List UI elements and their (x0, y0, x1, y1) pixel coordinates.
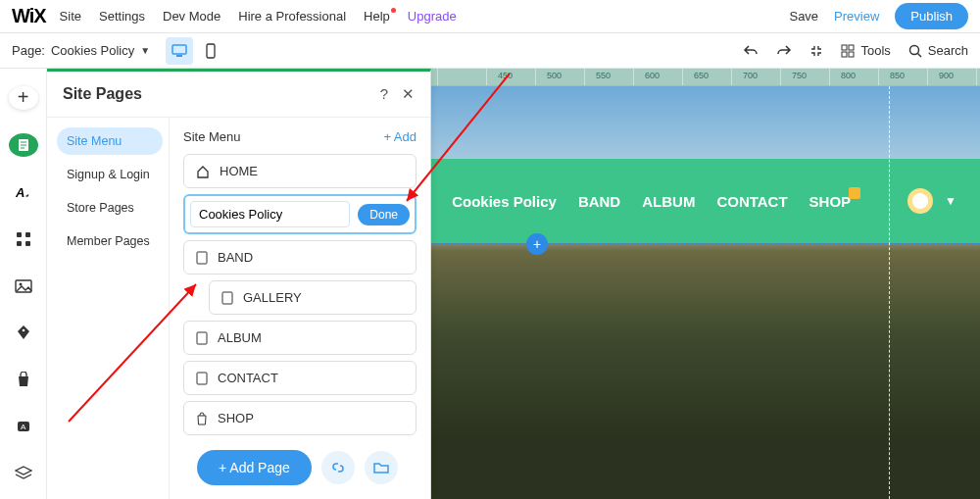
page-item-contact[interactable]: CONTACT (183, 361, 416, 395)
page-label: GALLERY (243, 290, 302, 305)
add-section-button[interactable]: + (526, 233, 548, 255)
page-prefix: Page: (12, 43, 45, 58)
zoom-out-button[interactable] (809, 44, 823, 58)
nav-item-cookies[interactable]: Cookies Policy (452, 193, 557, 210)
tools-label: Tools (860, 43, 890, 58)
nav-item-contact[interactable]: CONTACT (716, 193, 787, 210)
menu-help[interactable]: Help (364, 9, 390, 24)
media-button[interactable] (9, 274, 38, 298)
page-item-home[interactable]: HOME (183, 154, 416, 188)
svg-rect-26 (197, 373, 207, 384)
redo-button[interactable] (776, 44, 792, 58)
svg-rect-0 (172, 45, 186, 54)
folder-icon (373, 461, 389, 474)
pages-icon (16, 137, 31, 153)
add-page-button[interactable]: + Add Page (197, 450, 312, 485)
svg-rect-6 (849, 52, 854, 57)
apps-button[interactable] (9, 227, 38, 251)
svg-rect-1 (176, 55, 182, 57)
page-label: SHOP (218, 411, 254, 425)
redo-icon (776, 44, 792, 58)
wix-logo: WiX (12, 5, 46, 27)
desktop-icon (172, 44, 187, 58)
pages-button[interactable] (9, 133, 38, 157)
svg-point-19 (19, 282, 22, 285)
add-menu-item-button[interactable]: + Add (383, 129, 416, 144)
text-style-icon: A (15, 183, 32, 201)
grid-guide (889, 86, 890, 499)
side-signup-login[interactable]: Signup & Login (57, 161, 163, 188)
page-folder-button[interactable] (365, 451, 398, 484)
page-rename-input[interactable] (190, 201, 350, 227)
desktop-view-button[interactable] (166, 37, 193, 65)
tools-icon (841, 44, 855, 58)
layers-button[interactable] (9, 462, 38, 485)
theme-button[interactable]: A (9, 180, 38, 204)
ruler-tick: 900 (939, 71, 954, 80)
ruler-tick: 650 (694, 71, 709, 80)
search-button[interactable]: Search (908, 43, 968, 58)
nav-item-band[interactable]: BAND (578, 193, 620, 210)
ascend-button[interactable]: A (9, 415, 38, 438)
search-icon (908, 44, 922, 58)
publish-button[interactable]: Publish (895, 3, 968, 29)
svg-rect-5 (842, 52, 847, 57)
page-label: ALBUM (218, 330, 262, 345)
bag-icon (196, 412, 208, 425)
mobile-icon (206, 43, 216, 59)
svg-text:A: A (15, 185, 24, 200)
svg-point-7 (909, 45, 918, 54)
side-member-pages[interactable]: Member Pages (57, 227, 163, 255)
nav-item-shop[interactable]: SHOP (809, 193, 852, 210)
panel-help-button[interactable]: ? (380, 85, 388, 103)
svg-rect-3 (842, 45, 847, 50)
undo-icon (743, 44, 759, 58)
pen-icon (16, 324, 31, 340)
apps-icon (16, 231, 31, 247)
link-icon (330, 460, 346, 475)
save-button[interactable]: Save (789, 9, 818, 24)
page-item-edit: Done (183, 194, 416, 234)
menu-devmode[interactable]: Dev Mode (163, 9, 220, 24)
page-item-band[interactable]: BAND (183, 240, 416, 274)
svg-rect-15 (25, 232, 30, 237)
side-store-pages[interactable]: Store Pages (57, 194, 163, 222)
page-selector[interactable]: Page: Cookies Policy ▼ (12, 43, 150, 58)
mobile-view-button[interactable] (197, 37, 224, 65)
menu-hire[interactable]: Hire a Professional (238, 9, 346, 24)
done-button[interactable]: Done (358, 204, 410, 225)
search-label: Search (928, 43, 968, 58)
blog-button[interactable] (9, 321, 38, 344)
ruler-tick: 450 (498, 71, 513, 80)
media-icon (15, 279, 32, 293)
svg-rect-25 (197, 332, 207, 344)
avatar-icon[interactable] (907, 188, 933, 214)
page-link-button[interactable] (321, 451, 355, 484)
page-item-shop[interactable]: SHOP (183, 401, 416, 435)
svg-rect-23 (197, 252, 207, 264)
menu-settings[interactable]: Settings (99, 9, 145, 24)
page-icon (196, 331, 208, 345)
panel-close-button[interactable]: ✕ (402, 85, 415, 103)
nav-item-album[interactable]: ALBUM (642, 193, 695, 210)
menu-upgrade[interactable]: Upgrade (408, 9, 457, 24)
panel-title: Site Pages (63, 85, 142, 103)
menu-site[interactable]: Site (60, 9, 81, 24)
bag-icon (17, 372, 30, 387)
store-button[interactable] (9, 368, 38, 391)
chevron-down-icon[interactable]: ▼ (945, 194, 956, 208)
page-label: CONTACT (218, 371, 278, 385)
chevron-down-icon: ▼ (140, 45, 150, 56)
side-site-menu[interactable]: Site Menu (57, 127, 163, 155)
add-element-button[interactable]: + (9, 86, 38, 110)
page-item-gallery[interactable]: GALLERY (209, 280, 416, 315)
preview-button[interactable]: Preview (834, 9, 879, 24)
page-label: HOME (220, 164, 258, 178)
undo-button[interactable] (743, 44, 759, 58)
tools-button[interactable]: Tools (841, 43, 890, 58)
ruler-tick: 750 (792, 71, 807, 80)
svg-rect-14 (17, 232, 22, 237)
ruler-tick: 600 (645, 71, 660, 80)
page-item-album[interactable]: ALBUM (183, 321, 416, 355)
page-icon (221, 291, 233, 305)
